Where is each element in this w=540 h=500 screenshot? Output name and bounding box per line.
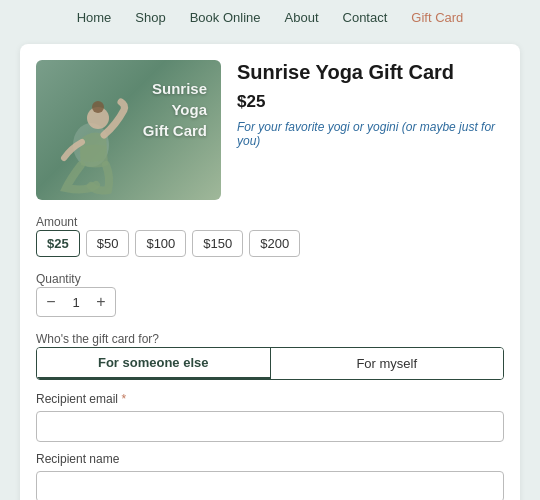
nav-home[interactable]: Home [77,10,112,25]
gift-card-form: Amount $25 $50 $100 $150 $200 Quantity −… [20,212,520,500]
nav-book-online[interactable]: Book Online [190,10,261,25]
product-title: Sunrise Yoga Gift Card [237,60,504,84]
quantity-label: Quantity [36,272,81,286]
recipient-email-input[interactable] [36,411,504,442]
amount-btn-150[interactable]: $150 [192,230,243,257]
page-wrapper: Home Shop Book Online About Contact Gift… [0,0,540,500]
product-price: $25 [237,92,504,112]
name-section: Recipient name [36,452,504,500]
gift-card-image: Sunrise Yoga Gift Card [36,60,221,200]
recipient-name-input[interactable] [36,471,504,500]
recipient-myself-button[interactable]: For myself [271,348,504,379]
product-info: Sunrise Yoga Gift Card $25 For your favo… [237,60,504,200]
quantity-plus-button[interactable]: + [87,288,115,316]
product-subtitle: For your favorite yogi or yogini (or may… [237,120,504,148]
email-label: Recipient email [36,392,504,406]
quantity-section: Quantity − 1 + [36,269,504,317]
quantity-minus-button[interactable]: − [37,288,65,316]
nav-shop[interactable]: Shop [135,10,165,25]
navigation: Home Shop Book Online About Contact Gift… [0,0,540,34]
recipient-label: Who's the gift card for? [36,332,159,346]
amount-btn-50[interactable]: $50 [86,230,130,257]
recipient-section: Who's the gift card for? For someone els… [36,329,504,380]
amount-section: Amount $25 $50 $100 $150 $200 [36,212,504,257]
amount-label: Amount [36,215,77,229]
product-card: Sunrise Yoga Gift Card Sunrise Yoga Gift… [20,44,520,500]
amount-btn-100[interactable]: $100 [135,230,186,257]
quantity-control: − 1 + [36,287,116,317]
email-section: Recipient email [36,392,504,452]
nav-gift-card[interactable]: Gift Card [411,10,463,25]
nav-contact[interactable]: Contact [343,10,388,25]
card-top: Sunrise Yoga Gift Card Sunrise Yoga Gift… [20,44,520,212]
amount-btn-200[interactable]: $200 [249,230,300,257]
yoga-figure-icon [36,70,146,200]
name-label: Recipient name [36,452,504,466]
nav-about[interactable]: About [285,10,319,25]
svg-point-2 [92,101,104,113]
recipient-someone-else-button[interactable]: For someone else [37,348,271,379]
amount-options: $25 $50 $100 $150 $200 [36,230,504,257]
amount-btn-25[interactable]: $25 [36,230,80,257]
recipient-options: For someone else For myself [36,347,504,380]
gift-card-image-text: Sunrise Yoga Gift Card [143,78,207,141]
quantity-value: 1 [65,295,87,310]
